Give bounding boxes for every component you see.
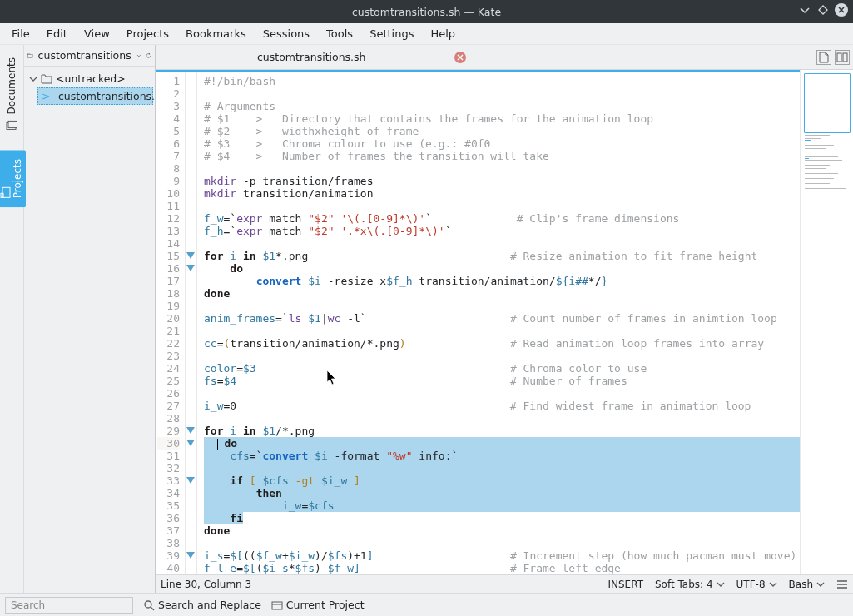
svg-rect-20 <box>805 183 830 184</box>
search-replace-label: Search and Replace <box>158 599 261 611</box>
tree-root[interactable]: <untracked> <box>26 70 153 87</box>
chevron-down-icon[interactable] <box>136 51 141 61</box>
project-title: customtransitions <box>38 49 131 62</box>
svg-rect-5 <box>27 54 32 57</box>
svg-rect-7 <box>843 53 847 62</box>
svg-rect-12 <box>805 148 826 149</box>
chevron-down-icon <box>769 580 777 589</box>
svg-rect-10 <box>805 142 838 142</box>
new-doc-icon[interactable] <box>816 50 831 65</box>
status-encoding[interactable]: UTF-8 <box>736 579 777 590</box>
fold-column[interactable] <box>186 72 197 574</box>
svg-rect-22 <box>805 140 811 141</box>
svg-rect-11 <box>805 145 834 146</box>
project-icon <box>271 600 283 610</box>
code-content[interactable]: #!/bin/bash# Arguments# $1 > Directory t… <box>197 72 800 574</box>
project-panel: customtransitions <untracked> >_ customt… <box>24 45 156 593</box>
code-editor[interactable]: 1234567891011121314151617181920212223242… <box>156 70 800 574</box>
menu-settings[interactable]: Settings <box>361 25 422 42</box>
svg-rect-17 <box>805 168 826 169</box>
close-icon[interactable] <box>835 3 848 17</box>
svg-rect-16 <box>805 165 830 166</box>
status-insert-mode[interactable]: INSERT <box>608 579 643 590</box>
siderail-documents[interactable]: Documents <box>3 48 20 140</box>
svg-point-24 <box>145 601 151 608</box>
bottom-toolbar: Search Search and Replace Current Projec… <box>0 593 853 616</box>
folder-icon <box>41 74 52 84</box>
chevron-down-icon <box>29 75 37 83</box>
menubar: File Edit View Projects Bookmarks Sessio… <box>0 23 853 45</box>
svg-rect-8 <box>805 135 830 136</box>
menu-edit[interactable]: Edit <box>38 25 76 42</box>
svg-rect-21 <box>805 188 846 189</box>
svg-rect-14 <box>805 156 838 157</box>
window-title: customtransitions.sh — Kate <box>352 6 501 18</box>
menu-help[interactable]: Help <box>422 25 464 42</box>
siderail-projects[interactable]: Projects <box>0 150 26 207</box>
left-rail: Documents Projects <box>0 45 24 593</box>
refresh-icon[interactable] <box>146 50 151 62</box>
search-replace-button[interactable]: Search and Replace <box>143 599 261 611</box>
siderail-documents-label: Documents <box>6 57 17 114</box>
svg-rect-9 <box>805 138 821 139</box>
status-position[interactable]: Line 30, Column 3 <box>161 579 251 590</box>
split-view-icon[interactable] <box>835 50 850 65</box>
search-input[interactable]: Search <box>5 597 133 614</box>
tree-file[interactable]: >_ customtransitions.... <box>37 87 153 105</box>
svg-rect-13 <box>805 152 830 152</box>
maximize-icon[interactable] <box>816 3 830 17</box>
minimize-icon[interactable] <box>798 3 811 17</box>
svg-rect-25 <box>272 602 282 609</box>
editor-statusbar: Line 30, Column 3 INSERT Soft Tabs: 4 UT… <box>156 574 853 593</box>
terminal-icon: >_ <box>42 90 55 102</box>
editor-tab[interactable]: customtransitions.sh <box>247 47 476 67</box>
menu-projects[interactable]: Projects <box>118 25 177 42</box>
search-icon <box>143 599 155 611</box>
project-icon <box>27 50 33 62</box>
chevron-down-icon <box>717 580 725 589</box>
tab-close-icon[interactable] <box>454 52 466 63</box>
editor-tabbar: customtransitions.sh <box>156 45 853 70</box>
status-menu-icon[interactable] <box>836 579 848 589</box>
titlebar: customtransitions.sh — Kate <box>0 0 853 23</box>
menu-file[interactable]: File <box>3 25 38 42</box>
menu-sessions[interactable]: Sessions <box>255 25 318 42</box>
svg-rect-2 <box>8 121 17 127</box>
menu-tools[interactable]: Tools <box>318 25 361 42</box>
tree-file-label: customtransitions.... <box>58 90 165 102</box>
minimap[interactable] <box>800 70 853 574</box>
minimap-viewport[interactable] <box>804 73 851 133</box>
siderail-projects-label: Projects <box>12 159 23 198</box>
svg-rect-6 <box>837 53 841 62</box>
line-gutter: 1234567891011121314151617181920212223242… <box>156 72 186 574</box>
status-tab-mode[interactable]: Soft Tabs: 4 <box>655 579 725 590</box>
current-project-button[interactable]: Current Project <box>271 599 365 611</box>
svg-rect-19 <box>805 178 834 179</box>
svg-rect-18 <box>805 173 838 174</box>
minimap-preview <box>804 133 851 283</box>
menu-bookmarks[interactable]: Bookmarks <box>177 25 255 42</box>
svg-rect-23 <box>805 158 809 159</box>
editor-tab-label: customtransitions.sh <box>257 51 366 63</box>
status-language[interactable]: Bash <box>789 579 825 590</box>
tree-root-label: <untracked> <box>56 72 126 85</box>
current-project-label: Current Project <box>286 599 365 611</box>
svg-rect-15 <box>805 160 842 161</box>
chevron-down-icon <box>816 580 825 589</box>
menu-view[interactable]: View <box>76 25 118 42</box>
